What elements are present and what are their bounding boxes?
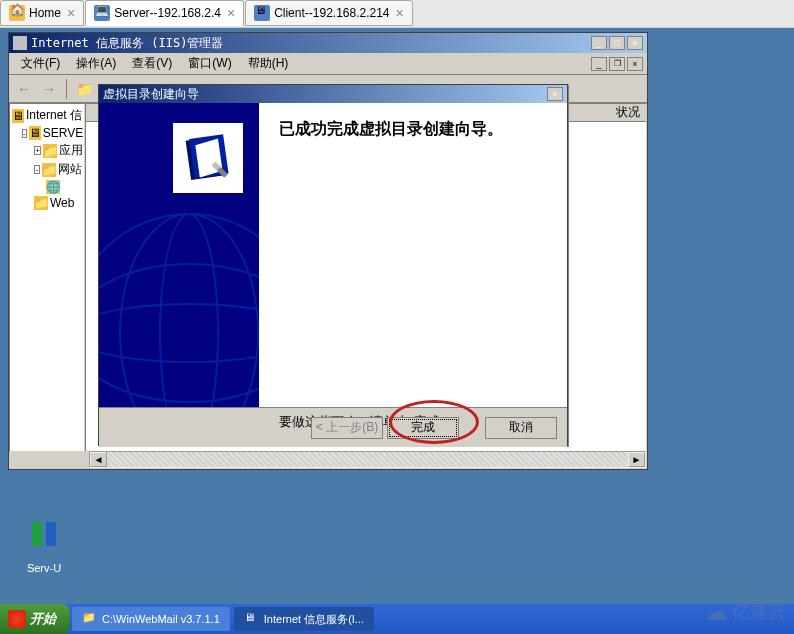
tree-label: Internet 信 (26, 107, 82, 124)
tab-home[interactable]: Home × (0, 0, 84, 26)
wizard-close-button[interactable]: × (547, 87, 563, 101)
home-icon (9, 5, 25, 21)
tree-site-item[interactable]: 🌐 (10, 179, 84, 195)
svg-rect-2 (32, 522, 42, 546)
tab-server[interactable]: Server--192.168.2.4 × (85, 0, 244, 26)
tree-label: Web (50, 196, 74, 210)
wizard-banner (99, 103, 259, 407)
mdi-minimize-button[interactable]: _ (591, 57, 607, 71)
window-title: Internet 信息服务 (IIS)管理器 (31, 35, 591, 52)
scroll-right-button[interactable]: ► (628, 452, 645, 467)
iis-icon: 🖥 (244, 611, 260, 627)
tree-pane[interactable]: 🖥 Internet 信 - 🖥 SERVER + 📁 应用 - 📁 网站 🌐 (9, 103, 85, 452)
svg-rect-3 (46, 522, 56, 546)
close-icon[interactable]: × (396, 5, 404, 21)
windows-icon (8, 610, 26, 628)
menu-help[interactable]: 帮助(H) (240, 53, 297, 74)
start-button[interactable]: 开始 (0, 604, 70, 634)
wizard-title: 虚拟目录创建向导 (103, 86, 547, 103)
forward-button: → (38, 78, 60, 100)
minimize-button[interactable]: _ (591, 36, 607, 50)
taskbar: 开始 📁 C:\WinWebMail v3.7.1.1 🖥 Internet 信… (0, 604, 794, 634)
globe-icon: 🌐 (46, 180, 60, 194)
close-icon[interactable]: × (227, 5, 235, 21)
window-controls: _ □ × (591, 36, 643, 50)
back-button: < 上一步(B) (311, 417, 383, 439)
server-icon (94, 5, 110, 21)
back-button: ← (13, 78, 35, 100)
taskbar-item-winwebmail[interactable]: 📁 C:\WinWebMail v3.7.1.1 (72, 607, 230, 631)
toolbar-separator (66, 79, 67, 99)
wizard-body: 已成功完成虚拟目录创建向导。 要做这些更改，请单击"完成"。 (99, 103, 567, 407)
up-button[interactable]: 📁 (73, 78, 95, 100)
client-icon (254, 5, 270, 21)
wizard-title-bar[interactable]: 虚拟目录创建向导 × (99, 85, 567, 103)
menu-file[interactable]: 文件(F) (13, 53, 68, 74)
menu-bar: 文件(F) 操作(A) 查看(V) 窗口(W) 帮助(H) _ ❐ × (9, 53, 647, 75)
taskbar-item-label: Internet 信息服务(I... (264, 612, 364, 627)
menu-view[interactable]: 查看(V) (124, 53, 180, 74)
close-icon[interactable]: × (67, 5, 75, 21)
mdi-restore-button[interactable]: ❐ (609, 57, 625, 71)
taskbar-item-label: C:\WinWebMail v3.7.1.1 (102, 613, 220, 625)
tree-label: 网站 (58, 161, 82, 178)
tab-label: Server--192.168.2.4 (114, 6, 221, 20)
mdi-controls: _ ❐ × (591, 57, 643, 71)
wizard-dialog: 虚拟目录创建向导 × 已成功完成虚拟目录创建向 (98, 84, 568, 446)
menu-window[interactable]: 窗口(W) (180, 53, 239, 74)
maximize-button[interactable]: □ (609, 36, 625, 50)
tree-website[interactable]: - 📁 网站 (10, 160, 84, 179)
desktop-icon-servu[interactable]: Serv-U (20, 510, 68, 574)
wizard-content: 已成功完成虚拟目录创建向导。 (259, 103, 567, 407)
close-button[interactable]: × (627, 36, 643, 50)
computer-icon: 🖥 (29, 126, 41, 140)
tree-apppool[interactable]: + 📁 应用 (10, 141, 84, 160)
tree-root[interactable]: 🖥 Internet 信 (10, 106, 84, 125)
start-label: 开始 (30, 610, 56, 628)
folder-icon: 📁 (82, 611, 98, 627)
folder-icon: 📁 (43, 144, 57, 158)
finish-button[interactable]: 完成 (387, 417, 459, 439)
tree-label: SERVER (43, 126, 85, 140)
tab-client[interactable]: Client--192.168.2.214 × (245, 0, 413, 26)
desktop-icon-label: Serv-U (20, 562, 68, 574)
globe-pattern (99, 203, 259, 407)
tree-server[interactable]: - 🖥 SERVER (10, 125, 84, 141)
taskbar-item-iis[interactable]: 🖥 Internet 信息服务(I... (234, 607, 374, 631)
folder-icon: 📁 (42, 163, 56, 177)
menu-action[interactable]: 操作(A) (68, 53, 124, 74)
tab-label: Home (29, 6, 61, 20)
tab-label: Client--192.168.2.214 (274, 6, 389, 20)
horizontal-scrollbar[interactable]: ◄ ► (89, 451, 646, 468)
tree-label: 应用 (59, 142, 83, 159)
mdi-close-button[interactable]: × (627, 57, 643, 71)
scroll-left-button[interactable]: ◄ (90, 452, 107, 467)
iis-root-icon: 🖥 (12, 109, 24, 123)
browser-tab-bar: Home × Server--192.168.2.4 × Client--192… (0, 0, 794, 28)
title-bar[interactable]: Internet 信息服务 (IIS)管理器 _ □ × (9, 33, 647, 53)
cancel-button[interactable]: 取消 (485, 417, 557, 439)
servu-icon (20, 510, 68, 558)
wizard-icon (173, 123, 243, 193)
expand-icon[interactable]: + (34, 146, 41, 155)
scroll-track[interactable] (107, 452, 628, 467)
folder-icon: 📁 (34, 196, 48, 210)
collapse-icon[interactable]: - (34, 165, 40, 174)
collapse-icon[interactable]: - (22, 129, 27, 138)
book-icon (181, 131, 235, 185)
wizard-heading: 已成功完成虚拟目录创建向导。 (279, 119, 547, 140)
app-icon (13, 36, 27, 50)
tree-web[interactable]: 📁 Web (10, 195, 84, 211)
